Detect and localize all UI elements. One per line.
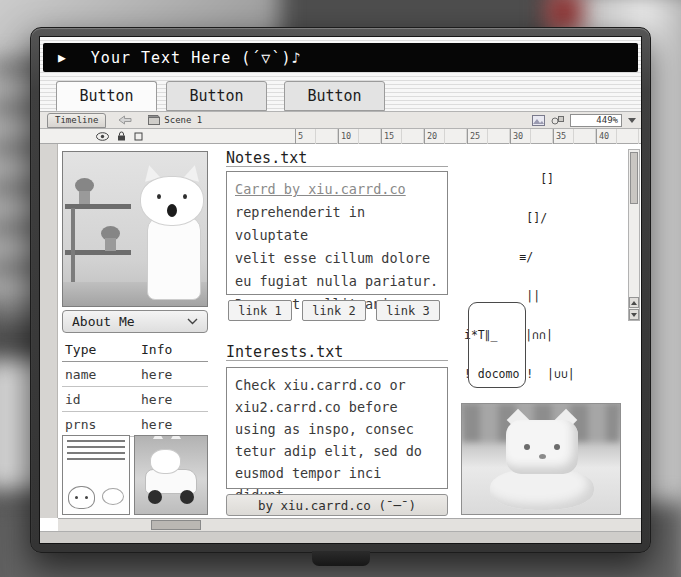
interests-line: using as inspo, consec — [235, 418, 439, 440]
tab-label: Button — [189, 87, 243, 105]
edit-symbols-icon[interactable] — [551, 115, 564, 126]
snow-cat-nose — [539, 454, 546, 459]
credit-button[interactable]: by xiu.carrd.co (¯─¯) — [226, 494, 448, 516]
edit-scene-icon[interactable] — [532, 115, 545, 126]
tab-button-3[interactable]: Button — [284, 81, 385, 111]
car-cat-ear — [153, 435, 163, 439]
hscroll-thumb[interactable] — [151, 520, 201, 530]
ascii-phone-outline — [468, 302, 526, 388]
snow-cat-eye — [554, 444, 560, 450]
timeline-ruler: 5 10 15 20 25 30 35 40 — [40, 129, 641, 144]
notes-line: eu fugiat nulla pariatur. — [235, 270, 439, 293]
notes-heading: Notes.txt — [226, 149, 448, 167]
photo-pot — [105, 238, 116, 251]
timeline-toolbar: Timeline Scene 1 449% — [40, 111, 641, 129]
info-table: Type Info name here id here prns here — [62, 337, 208, 437]
table-row: prns here — [62, 412, 208, 437]
about-me-button[interactable]: About Me — [62, 310, 208, 333]
monitor-stand — [312, 551, 370, 566]
chevron-down-icon — [187, 318, 198, 325]
table-row: name here — [62, 362, 208, 387]
cat-car-thumbnail — [134, 435, 208, 515]
manga-thumbnail — [62, 435, 130, 515]
photo-pot — [79, 191, 90, 204]
interests-line: xiu2.carrd.co before — [235, 396, 439, 418]
zoom-select[interactable]: 449% — [570, 114, 622, 127]
scroll-down-icon[interactable] — [629, 309, 639, 320]
titlebar: ▶ Your Text Here (´▽`)♪ — [43, 43, 638, 72]
manga-speech-bubble — [102, 488, 124, 505]
table-row: id here — [62, 387, 208, 412]
tab-button-2[interactable]: Button — [166, 81, 267, 111]
ascii-line: []/ — [464, 212, 626, 225]
horizontal-scrollbar[interactable] — [58, 518, 642, 531]
credit-label: by xiu.carrd.co (¯─¯) — [258, 498, 416, 513]
scene-icon — [148, 115, 160, 125]
notes-line: reprehenderit in voluptate — [235, 201, 439, 247]
carrd-credit-link[interactable]: Carrd by xiu.carrd.co — [235, 181, 406, 197]
row-key: id — [62, 392, 141, 407]
frame-ruler[interactable]: 5 10 15 20 25 30 35 40 — [295, 129, 639, 144]
interests-line: Check xiu.carrd.co or — [235, 374, 439, 396]
interests-line: tetur adip elit, sed do — [235, 440, 439, 462]
about-me-label: About Me — [72, 314, 135, 329]
scene-breadcrumb: Scene 1 — [148, 115, 202, 125]
link-button-2[interactable]: link 2 — [302, 300, 366, 321]
car-wheel — [148, 490, 162, 504]
ruler-tick: 30 — [510, 129, 553, 144]
ruler-tick: 20 — [424, 129, 467, 144]
window-bottom-strip — [40, 531, 641, 544]
profile-photo — [62, 151, 208, 307]
tab-label: Button — [79, 87, 133, 105]
ascii-line: ≡/ — [464, 251, 626, 264]
photo-cat-eye — [183, 194, 187, 199]
interests-heading: Interests.txt — [226, 343, 448, 361]
link-button-1[interactable]: link 1 — [228, 300, 292, 321]
car-cat-ear — [171, 435, 181, 439]
stage-content: About Me Type Info name here id here prn… — [40, 144, 641, 518]
zoom-dropdown-icon[interactable] — [628, 118, 636, 123]
back-arrow-icon[interactable] — [118, 115, 132, 125]
ascii-scrollbar[interactable] — [628, 149, 640, 321]
tab-button-1[interactable]: Button — [56, 81, 157, 111]
timeline-tab[interactable]: Timeline — [47, 113, 106, 128]
ruler-tick: 25 — [467, 129, 510, 144]
photo-cat-eye — [157, 194, 161, 199]
car-wheel — [180, 490, 194, 504]
ruler-tick: 40 — [596, 129, 639, 144]
ascii-line: [] — [464, 173, 626, 186]
link-button-3[interactable]: link 3 — [376, 300, 440, 321]
vscroll-thumb[interactable] — [630, 152, 638, 204]
outline-square-icon[interactable] — [134, 132, 143, 141]
tab-label: Button — [307, 87, 361, 105]
row-value: here — [141, 392, 208, 407]
row-key: prns — [62, 417, 141, 432]
zoom-value: 449% — [596, 115, 618, 125]
page-title: Your Text Here (´▽`)♪ — [91, 49, 302, 67]
eye-icon[interactable] — [96, 132, 109, 141]
notes-textbox: Carrd by xiu.carrd.co reprehenderit in v… — [226, 171, 448, 295]
notes-line: velit esse cillum dolore — [235, 247, 439, 270]
ruler-tick: 35 — [553, 129, 596, 144]
ruler-tick: 15 — [381, 129, 424, 144]
row-value: here — [141, 417, 208, 432]
manga-text-lines — [67, 440, 125, 464]
snow-cat-photo — [461, 403, 621, 515]
table-header-row: Type Info — [62, 337, 208, 362]
lock-icon[interactable] — [117, 131, 126, 141]
photo-cat-body — [147, 216, 201, 300]
photo-cat-mouth — [167, 204, 177, 217]
play-icon: ▶ — [58, 51, 66, 64]
scroll-up-icon[interactable] — [629, 297, 639, 308]
photo-cat-head — [140, 176, 204, 226]
link-button-row: link 1 link 2 link 3 — [228, 300, 450, 321]
photo-shelf-leg — [71, 208, 75, 284]
left-gutter — [40, 144, 58, 518]
app-window: ▶ Your Text Here (´▽`)♪ Button Button Bu… — [39, 36, 642, 544]
snow-cat-head — [506, 420, 578, 474]
row-value: here — [141, 367, 208, 382]
car-cat-head — [150, 449, 181, 474]
ruler-tick: 5 — [295, 129, 338, 144]
interests-textbox: Check xiu.carrd.co or xiu2.carrd.co befo… — [226, 367, 448, 489]
table-header-type: Type — [62, 342, 141, 357]
